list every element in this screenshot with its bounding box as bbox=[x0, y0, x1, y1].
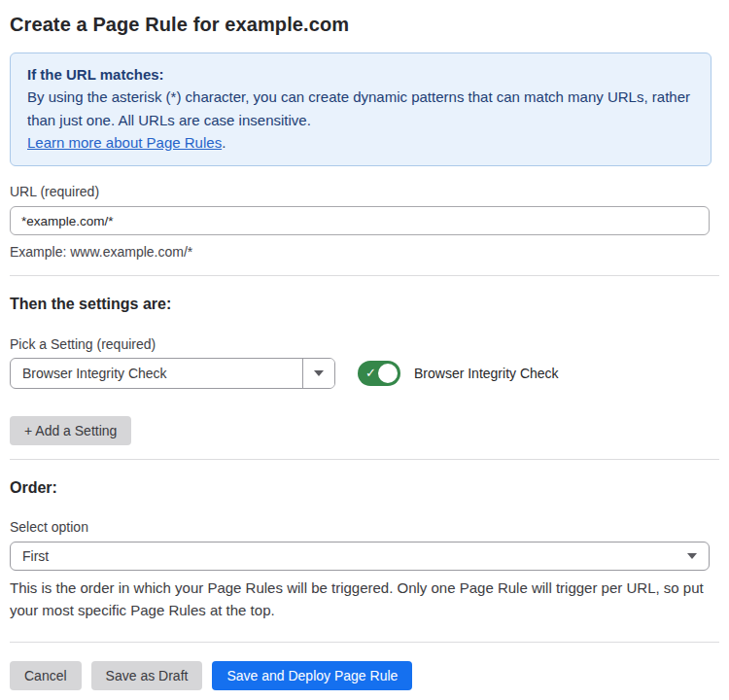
chevron-down-icon bbox=[314, 370, 324, 376]
save-and-deploy-button[interactable]: Save and Deploy Page Rule bbox=[212, 661, 412, 690]
setting-row: Browser Integrity Check ✓ Browser Integr… bbox=[10, 358, 719, 389]
info-box-link-line: Learn more about Page Rules. bbox=[27, 131, 694, 154]
url-input[interactable] bbox=[10, 206, 710, 235]
url-field-label: URL (required) bbox=[10, 182, 719, 201]
info-box-heading: If the URL matches: bbox=[27, 63, 694, 86]
learn-more-link[interactable]: Learn more about Page Rules bbox=[27, 134, 222, 151]
checkmark-icon: ✓ bbox=[365, 367, 376, 379]
page-rule-form: Create a Page Rule for example.com If th… bbox=[0, 0, 729, 690]
save-as-draft-button[interactable]: Save as Draft bbox=[91, 661, 203, 690]
order-heading: Order: bbox=[10, 477, 719, 499]
order-select-value: First bbox=[22, 548, 687, 564]
page-title: Create a Page Rule for example.com bbox=[10, 14, 719, 36]
setting-select[interactable]: Browser Integrity Check bbox=[10, 358, 335, 389]
order-select-label: Select option bbox=[10, 517, 719, 537]
section-divider bbox=[10, 459, 719, 460]
order-help-text: This is the order in which your Page Rul… bbox=[10, 577, 715, 621]
url-match-info-box: If the URL matches: By using the asteris… bbox=[10, 52, 712, 166]
toggle-label: Browser Integrity Check bbox=[414, 366, 559, 381]
toggle-knob bbox=[376, 362, 399, 385]
info-box-body: By using the asterisk (*) character, you… bbox=[27, 86, 694, 131]
cancel-button[interactable]: Cancel bbox=[10, 661, 82, 690]
pick-setting-label: Pick a Setting (required) bbox=[10, 334, 719, 354]
url-example-text: Example: www.example.com/* bbox=[10, 242, 719, 262]
add-setting-button[interactable]: + Add a Setting bbox=[10, 416, 131, 445]
browser-integrity-toggle[interactable]: ✓ bbox=[358, 361, 400, 386]
chevron-down-icon bbox=[687, 553, 697, 559]
order-select[interactable]: First bbox=[10, 542, 710, 571]
footer-divider bbox=[10, 642, 719, 643]
section-divider bbox=[10, 275, 719, 276]
toggle-group: ✓ Browser Integrity Check bbox=[358, 361, 559, 386]
footer-buttons: Cancel Save as Draft Save and Deploy Pag… bbox=[10, 661, 719, 690]
settings-heading: Then the settings are: bbox=[10, 294, 719, 315]
setting-select-value: Browser Integrity Check bbox=[11, 359, 302, 388]
link-period: . bbox=[222, 134, 226, 151]
setting-select-arrow-button[interactable] bbox=[302, 359, 334, 388]
